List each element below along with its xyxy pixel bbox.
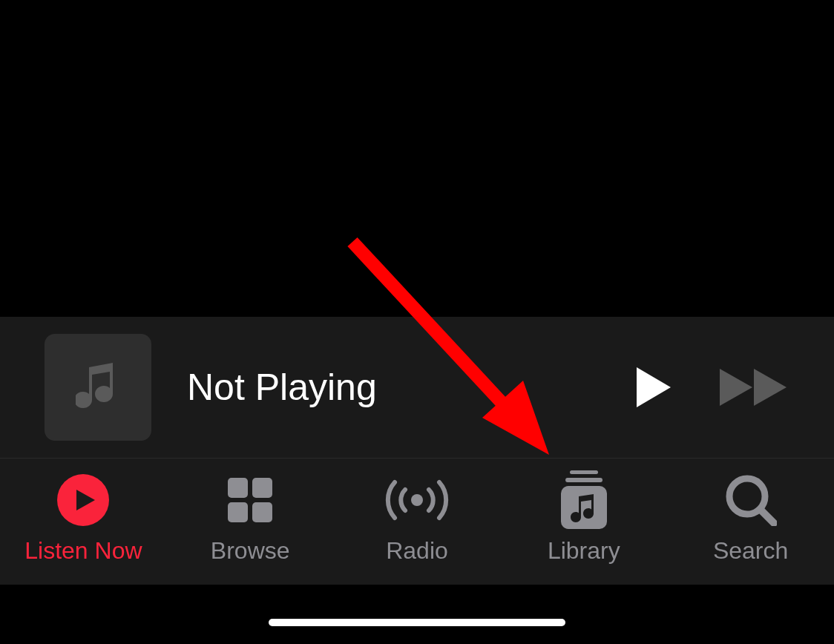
music-note-icon — [76, 360, 120, 415]
tab-bar: Listen Now Browse Radio — [0, 459, 834, 585]
tab-listen-now[interactable]: Listen Now — [0, 472, 167, 565]
radio-icon — [381, 472, 453, 528]
tab-label: Library — [548, 537, 620, 565]
svg-rect-1 — [228, 478, 248, 498]
album-art-placeholder — [45, 334, 151, 441]
tab-label: Listen Now — [24, 537, 142, 565]
skip-forward-button[interactable] — [718, 367, 789, 407]
search-icon — [725, 472, 777, 528]
svg-rect-6 — [570, 470, 598, 474]
svg-line-10 — [761, 510, 774, 523]
svg-rect-7 — [565, 478, 602, 482]
tab-label: Search — [713, 537, 788, 565]
tab-browse[interactable]: Browse — [167, 472, 334, 565]
svg-rect-2 — [252, 478, 272, 498]
now-playing-status: Not Playing — [187, 366, 635, 409]
content-area — [0, 0, 834, 317]
listen-now-icon — [56, 472, 110, 528]
tab-label: Radio — [386, 537, 448, 565]
tab-label: Browse — [211, 537, 290, 565]
tab-library[interactable]: Library — [500, 472, 667, 565]
svg-rect-8 — [561, 486, 607, 529]
svg-point-5 — [411, 494, 423, 506]
svg-rect-3 — [228, 502, 248, 522]
library-icon — [559, 472, 608, 528]
playback-controls — [635, 366, 789, 409]
now-playing-bar[interactable]: Not Playing — [0, 317, 834, 459]
play-button[interactable] — [635, 366, 672, 409]
svg-rect-4 — [252, 502, 272, 522]
tab-search[interactable]: Search — [667, 472, 834, 565]
home-indicator[interactable] — [269, 619, 565, 626]
browse-icon — [226, 472, 274, 528]
tab-radio[interactable]: Radio — [334, 472, 501, 565]
